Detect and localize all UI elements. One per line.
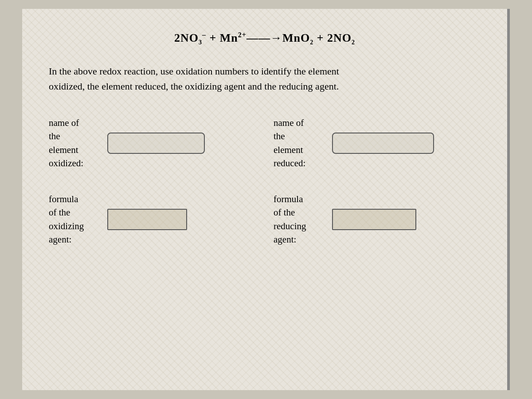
fields-grid: name oftheelementoxidized: name oftheele… — [49, 116, 481, 246]
element-reduced-label: name oftheelementreduced: — [274, 116, 327, 170]
oxidizing-agent-group: formulaof theoxidizingagent: — [49, 192, 256, 246]
description: In the above redox reaction, use oxidati… — [49, 64, 359, 94]
reducing-agent-group: formulaof thereducingagent: — [274, 192, 481, 246]
page: 2NO3– + Mn2+——→MnO2 + 2NO2 In the above … — [22, 9, 510, 390]
oxidizing-agent-input[interactable] — [107, 209, 187, 230]
element-reduced-input[interactable] — [332, 133, 434, 154]
reducing-agent-input[interactable] — [332, 209, 416, 230]
reducing-agent-label: formulaof thereducingagent: — [274, 192, 327, 246]
element-reduced-group: name oftheelementreduced: — [274, 116, 481, 170]
element-oxidized-label: name oftheelementoxidized: — [49, 116, 102, 170]
element-oxidized-input[interactable] — [107, 133, 205, 154]
element-oxidized-group: name oftheelementoxidized: — [49, 116, 256, 170]
oxidizing-agent-label: formulaof theoxidizingagent: — [49, 192, 102, 246]
equation: 2NO3– + Mn2+——→MnO2 + 2NO2 — [49, 31, 481, 46]
equation-container: 2NO3– + Mn2+——→MnO2 + 2NO2 — [49, 31, 481, 46]
description-text: In the above redox reaction, use oxidati… — [49, 66, 339, 92]
